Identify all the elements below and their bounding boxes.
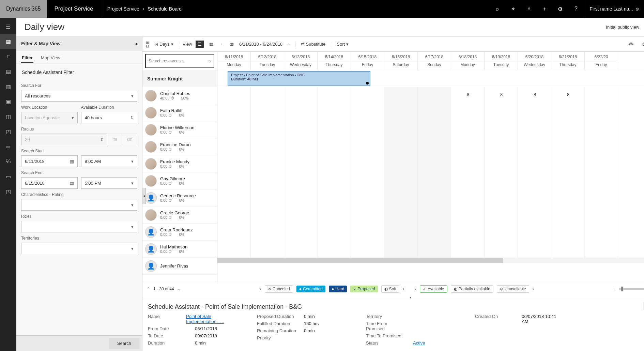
task-icon[interactable]: ⌖ [505,0,521,18]
resource-name: Frankie Mundy [160,159,189,164]
tab-map-view[interactable]: Map View [40,53,61,63]
resource-row[interactable]: Gay Gilmore0:00 ⏱0% [142,172,217,189]
view-name[interactable]: Initial public view [606,25,639,30]
search-button[interactable]: Search [109,338,139,349]
timescale-days[interactable]: ◷ Days ▾ [152,40,175,48]
characteristics-select[interactable]: ▾ [21,199,137,211]
booking-card[interactable]: Project - Point of Sale Implementation -… [228,71,370,86]
resource-row[interactable]: Florine Wilkerson0:00 ⏱0% [142,121,217,138]
nav-item-8[interactable]: ⎄ [0,139,16,154]
search-end-date[interactable]: 6/15/2018▦ [21,177,78,189]
search-for-select[interactable]: All resources▾ [21,90,137,102]
view-list-icon[interactable]: ☰ [196,41,204,48]
next-period-icon[interactable]: › [286,40,291,48]
legend-canceled[interactable]: ✕ Canceled [265,285,293,293]
territories-select[interactable]: ▾ [21,243,137,254]
nav-item-11[interactable]: ◳ [0,184,16,199]
requirement-link[interactable]: Point of Sale Implementation - ... [186,314,236,324]
avatar: 👤 [145,260,157,272]
detail-label: Duration [148,340,189,346]
board-gear-icon[interactable]: ⚙ [639,41,644,47]
page-up-icon[interactable]: ⌃ [147,287,150,291]
resource-row[interactable]: 👤Jennifer Rivas [142,258,217,275]
zoom-slider[interactable] [619,288,644,290]
nav-item-1[interactable]: ▦ [0,34,16,49]
expand-rows-icon[interactable]: ⊞⊟ [146,41,149,48]
calendar-picker-icon[interactable]: ▦ [228,40,236,48]
resource-pct: 0% [179,147,184,151]
detail-label: Priority [257,335,298,340]
hamburger-icon[interactable]: ☰ [0,19,16,34]
resource-row-selected[interactable]: Summer Knight [142,70,217,87]
resource-column: ⌕ Summer Knight Christal Robles40:00 ⏱50… [142,52,217,282]
detail-label: Territory [366,314,407,319]
collapse-filter-handle[interactable]: ◂ [142,188,146,204]
zoom-out-icon[interactable]: − [613,287,615,291]
resource-row[interactable]: Faith Ratliff0:00 ⏱0% [142,104,217,121]
next-avail-icon[interactable]: › [533,287,534,291]
exit-search-button[interactable]: Exit Search✕ [643,302,644,310]
legend-proposed[interactable]: ♀ Proposed [350,286,378,292]
resource-row[interactable]: Christal Robles40:00 ⏱50% [142,87,217,104]
legend-partial[interactable]: ◐ Partially available [451,285,493,293]
nav-item-6[interactable]: ◫ [0,109,16,124]
collapse-left-icon[interactable]: ◂ [135,41,137,46]
available-duration-stepper[interactable]: 40 hours⇕ [81,112,138,123]
search-icon[interactable]: ⌕ [209,59,211,63]
horizontal-scrollbar[interactable] [217,258,644,263]
legend-hard[interactable]: ● Hard [329,286,347,292]
schedule-grid[interactable]: 6/11/2018Monday6/12/2018Tuesday6/13/2018… [217,52,644,282]
legend-available[interactable]: ✓ Available [420,285,447,293]
resource-hours: 0:00 ⏱ [160,215,172,219]
resource-row[interactable]: 👤Hal Matheson0:00 ⏱0% [142,241,217,258]
prev-period-icon[interactable]: ‹ [219,40,224,48]
prev-avail-icon[interactable]: ‹ [415,287,416,291]
tab-filter[interactable]: Filter [21,53,33,63]
resource-row[interactable]: 👤Generic Resource0:00 ⏱0% [142,189,217,207]
page-down-icon[interactable]: ⌄ [178,287,181,291]
search-start-time[interactable]: 9:00 AM▾ [81,155,138,167]
work-location-label: Work Location [21,105,78,110]
next-status-icon[interactable]: › [403,287,404,291]
legend-unavailable[interactable]: ⊘ Unavailable [497,285,529,293]
search-start-date[interactable]: 6/11/2018▦ [21,155,78,167]
schedule-assistant-pane: Exit Search✕ Schedule Assistant - Point … [142,299,644,351]
resource-search-input[interactable] [149,59,209,63]
legend-soft[interactable]: ◐ Soft [381,285,399,293]
resource-search[interactable]: ⌕ [145,54,214,68]
detail-label: Name [148,314,180,324]
expand-down-handle[interactable]: ▾ [410,295,411,299]
calendar-icon: ▦ [70,159,74,164]
eye-icon[interactable]: 👁 [626,41,636,47]
nav-item-5[interactable]: ▣ [0,94,16,109]
legend-committed[interactable]: ● Committed [296,286,325,292]
nav-item-10[interactable]: ▭ [0,169,16,184]
crumb-project-service[interactable]: Project Service [107,6,139,12]
status-link[interactable]: Active [413,340,425,346]
gear-icon[interactable]: ⚙ [552,0,568,18]
add-icon[interactable]: ＋ [537,0,552,18]
roles-select[interactable]: ▾ [21,221,137,232]
resource-row[interactable]: 👤Greta Rodriquez0:00 ⏱0% [142,224,217,241]
resource-row[interactable]: Francine Duran0:00 ⏱0% [142,138,217,155]
help-icon[interactable]: ? [568,0,584,18]
search-icon[interactable]: ⌕ [490,0,505,18]
resource-row[interactable]: Frankie Mundy0:00 ⏱0% [142,155,217,172]
crumb-schedule-board[interactable]: Schedule Board [148,6,182,12]
lightbulb-icon[interactable]: ♀ [521,0,537,18]
prev-status-icon[interactable]: ‹ [260,287,261,291]
nav-item-2[interactable]: ⌗ [0,49,16,64]
sort-button[interactable]: Sort ▾ [335,40,351,48]
search-end-time[interactable]: 5:00 PM▾ [81,177,138,189]
resource-hours: 0:00 ⏱ [160,198,172,202]
nav-item-3[interactable]: ▤ [0,64,16,79]
resource-row[interactable]: Gracie George0:00 ⏱0% [142,207,217,224]
view-grid-icon[interactable]: ▦ [207,40,215,48]
breadcrumb[interactable]: Project Service › Schedule Board [101,0,188,18]
nav-item-7[interactable]: ◰ [0,124,16,139]
nav-item-4[interactable]: ▥ [0,79,16,94]
resource-pct: 0% [179,249,184,254]
nav-item-9[interactable]: ℅ [0,154,16,169]
user-menu[interactable]: First name Last na... ⎋ [584,0,644,18]
substitute-button[interactable]: ⇄ Substitute [299,40,328,48]
